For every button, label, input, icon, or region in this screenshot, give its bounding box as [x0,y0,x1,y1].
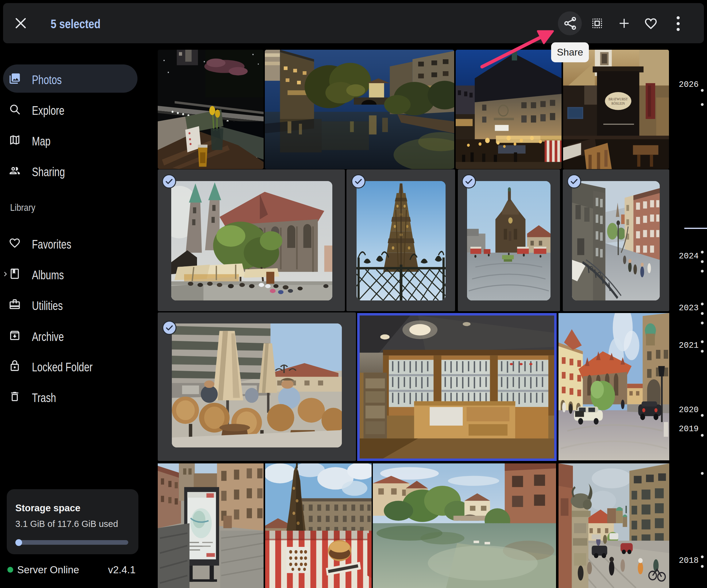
svg-text:RÖSLEIN: RÖSLEIN [612,101,625,105]
svg-text:BRATWURST: BRATWURST [608,97,628,101]
